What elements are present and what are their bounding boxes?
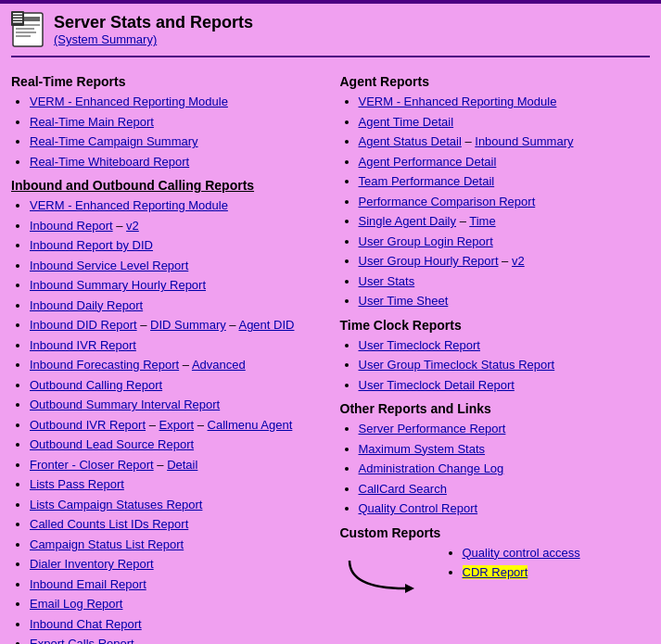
ib-report-link[interactable]: Inbound Report: [30, 219, 113, 233]
agent-time-detail-link[interactable]: Agent Time Detail: [359, 115, 454, 129]
user-timeclock-detail-link[interactable]: User Timeclock Detail Report: [359, 378, 515, 392]
user-group-hourly-v2-link[interactable]: v2: [512, 254, 525, 268]
ob-lead-source-link[interactable]: Outbound Lead Source Report: [30, 437, 194, 451]
agent-perf-detail-link[interactable]: Agent Performance Detail: [359, 155, 497, 169]
list-item: User Stats: [359, 272, 651, 291]
list-item: Lists Campaign Statuses Report: [30, 496, 322, 514]
custom-list: Quality control access CDR Report: [444, 544, 580, 584]
list-item: Server Performance Report: [359, 420, 651, 438]
list-item: Agent Performance Detail: [359, 153, 651, 171]
ib-sla-link[interactable]: Inbound Service Level Report: [30, 259, 188, 272]
quality-control-access-link[interactable]: Quality control access: [463, 546, 580, 560]
list-item: Quality Control Report: [359, 499, 651, 518]
ib-advanced-link[interactable]: Advanced: [192, 358, 246, 372]
ib-email-link[interactable]: Inbound Email Report: [30, 577, 146, 591]
ib-verm-link[interactable]: VERM - Enhanced Reporting Module: [30, 198, 228, 212]
ib-report-v2-link[interactable]: v2: [126, 219, 139, 233]
agent-status-detail-link[interactable]: Agent Status Detail: [359, 134, 462, 148]
callcard-search-link[interactable]: CallCard Search: [359, 482, 447, 496]
dialer-inventory-link[interactable]: Dialer Inventory Report: [30, 557, 154, 571]
list-item: Quality control access: [463, 544, 580, 562]
other-section-title: Other Reports and Links: [340, 401, 651, 416]
single-agent-time-link[interactable]: Time: [469, 214, 495, 228]
fronter-closer-link[interactable]: Fronter - Closer Report: [30, 458, 154, 472]
email-log-link[interactable]: Email Log Report: [30, 597, 122, 611]
list-item: User Timeclock Report: [359, 336, 651, 355]
rt-whiteboard-link[interactable]: Real-Time Whiteboard Report: [30, 155, 189, 169]
ib-summary-hourly-link[interactable]: Inbound Summary Hourly Report: [30, 278, 206, 292]
list-item: Inbound Service Level Report: [30, 257, 322, 275]
inbound-summary-link[interactable]: Inbound Summary: [475, 134, 573, 148]
list-item: CallCard Search: [359, 480, 651, 499]
agent-section-title: Agent Reports: [340, 74, 651, 89]
list-item: Called Counts List IDs Report: [30, 515, 322, 534]
called-counts-link[interactable]: Called Counts List IDs Report: [30, 517, 188, 531]
ib-did-report-link[interactable]: Inbound DID Report: [30, 318, 137, 332]
perf-comparison-link[interactable]: Performance Comparison Report: [359, 195, 536, 208]
ib-did-link[interactable]: Inbound Report by DID: [30, 238, 153, 252]
team-perf-detail-link[interactable]: Team Performance Detail: [359, 174, 495, 188]
inbound-section-title: Inbound and Outbound Calling Reports: [11, 178, 322, 193]
list-item: Real-Time Main Report: [30, 113, 322, 132]
user-time-sheet-link[interactable]: User Time Sheet: [359, 294, 449, 308]
ib-daily-link[interactable]: Inbound Daily Report: [30, 298, 143, 312]
list-item: User Group Timeclock Status Report: [359, 356, 651, 374]
max-system-stats-link[interactable]: Maximum System Stats: [359, 442, 486, 456]
ag-verm-link[interactable]: VERM - Enhanced Reporting Module: [359, 95, 557, 108]
ob-calling-link[interactable]: Outbound Calling Report: [30, 378, 162, 392]
list-item: Administration Change Log: [359, 460, 651, 478]
list-item: Inbound Email Report: [30, 575, 322, 594]
header-subtitle[interactable]: (System Summary): [54, 32, 253, 46]
user-stats-link[interactable]: User Stats: [359, 274, 415, 288]
list-item: Outbound Lead Source Report: [30, 436, 322, 454]
lists-campaign-statuses-link[interactable]: Lists Campaign Statuses Report: [30, 498, 202, 511]
ib-chat-link[interactable]: Inbound Chat Report: [30, 617, 142, 631]
ob-summary-interval-link[interactable]: Outbound Summary Interval Report: [30, 398, 220, 411]
admin-change-log-link[interactable]: Administration Change Log: [359, 461, 504, 475]
ib-forecast-link[interactable]: Inbound Forecasting Report: [30, 358, 179, 372]
agent-did-link[interactable]: Agent DID: [238, 318, 294, 332]
cdr-report-link[interactable]: CDR Report: [463, 565, 528, 579]
user-group-hourly-link[interactable]: User Group Hourly Report: [359, 254, 499, 268]
user-group-timeclock-link[interactable]: User Group Timeclock Status Report: [359, 358, 555, 372]
ob-export-link[interactable]: Export: [159, 418, 195, 432]
rt-main-link[interactable]: Real-Time Main Report: [30, 115, 154, 129]
rt-campaign-link[interactable]: Real-Time Campaign Summary: [30, 134, 198, 148]
svg-rect-10: [13, 21, 22, 23]
header-divider: [11, 56, 650, 57]
server-perf-link[interactable]: Server Performance Report: [359, 422, 506, 436]
custom-reports-container: Quality control access CDR Report: [340, 544, 651, 602]
user-group-login-link[interactable]: User Group Login Report: [359, 234, 493, 248]
header: Server Stats and Reports (System Summary…: [0, 4, 661, 52]
svg-rect-9: [13, 19, 22, 20]
list-item: Email Log Report: [30, 595, 322, 613]
list-item: VERM - Enhanced Reporting Module: [30, 196, 322, 215]
system-summary-link[interactable]: (System Summary): [54, 32, 157, 46]
user-timeclock-link[interactable]: User Timeclock Report: [359, 338, 480, 352]
right-column: Agent Reports VERM - Enhanced Reporting …: [331, 67, 651, 644]
list-item: Lists Pass Report: [30, 475, 322, 494]
list-item: User Group Hourly Report – v2: [359, 252, 651, 271]
lists-pass-link[interactable]: Lists Pass Report: [30, 477, 124, 491]
campaign-status-link[interactable]: Campaign Status List Report: [30, 537, 184, 551]
list-item: Real-Time Campaign Summary: [30, 133, 322, 151]
left-column: Real-Time Reports VERM - Enhanced Report…: [11, 67, 331, 644]
ob-ivr-link[interactable]: Outbound IVR Report: [30, 418, 146, 432]
list-item: Inbound IVR Report: [30, 336, 322, 355]
fronter-detail-link[interactable]: Detail: [167, 458, 197, 472]
main-content: Real-Time Reports VERM - Enhanced Report…: [0, 61, 661, 644]
list-item: Outbound Summary Interval Report: [30, 396, 322, 414]
rt-verm-link[interactable]: VERM - Enhanced Reporting Module: [30, 95, 228, 108]
quality-control-report-link[interactable]: Quality Control Report: [359, 501, 478, 515]
export-calls-link[interactable]: Export Calls Report: [30, 637, 134, 644]
list-item: CDR Report: [463, 563, 580, 582]
other-list: Server Performance Report Maximum System…: [340, 420, 651, 518]
ib-ivr-link[interactable]: Inbound IVR Report: [30, 338, 136, 352]
svg-rect-4: [16, 32, 36, 33]
did-summary-link[interactable]: DID Summary: [150, 318, 226, 332]
realtime-list: VERM - Enhanced Reporting Module Real-Ti…: [11, 93, 322, 170]
list-item: Performance Comparison Report: [359, 193, 651, 211]
single-agent-daily-link[interactable]: Single Agent Daily: [359, 214, 457, 228]
list-item: Inbound Daily Report: [30, 297, 322, 315]
callmenu-agent-link[interactable]: Callmenu Agent: [208, 418, 293, 432]
